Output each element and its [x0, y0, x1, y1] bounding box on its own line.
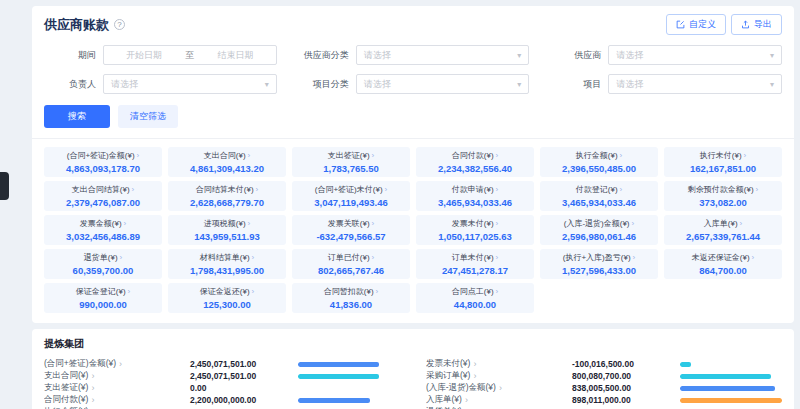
- metric-card[interactable]: 保证金登记(¥)›990,000.00: [44, 283, 162, 313]
- filter-label-project: 项目: [549, 78, 601, 91]
- header-filter-card: 供应商账款 ? 自定义 导出 期间 至: [32, 6, 794, 323]
- chevron-right-icon: ›: [137, 151, 140, 160]
- chevron-down-icon: ▾: [265, 80, 269, 89]
- help-icon[interactable]: ?: [114, 19, 125, 30]
- supplier-select[interactable]: 请选择 ▾: [608, 45, 782, 65]
- metric-label: (入库-退货)金额(¥)›: [542, 218, 656, 229]
- date-range-input[interactable]: 至: [103, 45, 277, 65]
- range-separator: 至: [177, 49, 202, 62]
- metric-card[interactable]: 付款申请(¥)›3,465,934,033.46: [416, 181, 534, 211]
- group-metric-row[interactable]: (合同+签证)金额(¥)›2,450,071,501.00: [44, 358, 400, 370]
- metric-card[interactable]: 执行金额(¥)›2,396,550,485.00: [540, 147, 658, 177]
- export-button[interactable]: 导出: [731, 14, 782, 35]
- metric-label: 退货单(¥)›: [46, 252, 160, 263]
- group-metric-row[interactable]: (入库-退货)金额(¥)›838,005,500.00: [426, 382, 782, 394]
- row-label: (合同+签证)金额(¥)›: [44, 358, 190, 370]
- metric-card[interactable]: 剩余预付款金额(¥)›373,082.00: [664, 181, 782, 211]
- metric-value: 44,800.00: [418, 299, 532, 310]
- edit-icon: [676, 20, 685, 29]
- search-button[interactable]: 搜索: [44, 105, 110, 128]
- metric-card[interactable]: 退货单(¥)›60,359,700.00: [44, 249, 162, 279]
- metric-card[interactable]: 发票关联(¥)›-632,479,566.57: [292, 215, 410, 245]
- metric-label: 合同暂扣款(¥)›: [294, 286, 408, 297]
- owner-select[interactable]: 请选择 ▾: [103, 74, 277, 94]
- metric-card[interactable]: 支出合同(¥)›4,861,309,413.20: [168, 147, 286, 177]
- chevron-right-icon: ›: [496, 185, 499, 194]
- chevron-right-icon: ›: [248, 219, 251, 228]
- metric-card[interactable]: 合同暂扣款(¥)›41,836.00: [292, 283, 410, 313]
- metric-value: 373,082.00: [666, 197, 780, 208]
- metric-value: 3,047,119,493.46: [294, 197, 408, 208]
- start-date-input[interactable]: [111, 49, 177, 61]
- chevron-right-icon: ›: [496, 253, 499, 262]
- chevron-down-icon: ▾: [517, 80, 521, 89]
- sidebar-expand-handle[interactable]: [0, 172, 9, 200]
- filter-project-category: 项目分类 请选择 ▾: [297, 74, 530, 94]
- metric-card[interactable]: 进项税额(¥)›143,959,511.93: [168, 215, 286, 245]
- metric-card[interactable]: (合同+签证)金额(¥)›4,863,093,178.70: [44, 147, 162, 177]
- filter-label-project-category: 项目分类: [297, 78, 349, 91]
- row-label: 入库单(¥)›: [426, 394, 572, 406]
- group-metric-row[interactable]: 支出签证(¥)›0.00: [44, 382, 400, 394]
- group-metric-row[interactable]: 发票未付(¥)›-100,016,500.00: [426, 358, 782, 370]
- metric-value: 1,527,596,433.00: [542, 265, 656, 276]
- metric-card[interactable]: 付款登记(¥)›3,465,934,033.46: [540, 181, 658, 211]
- group-metric-row[interactable]: 入库单(¥)›898,011,000.00: [426, 394, 782, 406]
- metric-card[interactable]: 入库单(¥)›2,657,339,761.44: [664, 215, 782, 245]
- metric-card[interactable]: 支出签证(¥)›1,783,765.50: [292, 147, 410, 177]
- supplier-category-select[interactable]: 请选择 ▾: [356, 45, 530, 65]
- clear-filters-button[interactable]: 清空筛选: [118, 105, 178, 128]
- project-select[interactable]: 请选择 ▾: [608, 74, 782, 94]
- filter-owner: 负责人 请选择 ▾: [44, 74, 277, 94]
- group-metric-row[interactable]: 采购订单(¥)›800,080,700.00: [426, 370, 782, 382]
- chevron-right-icon: ›: [499, 383, 502, 393]
- metric-card[interactable]: 订单已付(¥)›802,665,767.46: [292, 249, 410, 279]
- metric-card[interactable]: 订单未付(¥)›247,451,278.17: [416, 249, 534, 279]
- metric-label: 进项税额(¥)›: [170, 218, 284, 229]
- chevron-right-icon: ›: [496, 151, 499, 160]
- chevron-down-icon: ▾: [517, 51, 521, 60]
- row-value: 2,450,071,501.00: [190, 371, 298, 381]
- metric-card[interactable]: (执行+入库)盈亏(¥)›1,527,596,433.00: [540, 249, 658, 279]
- row-label: (入库-退货)金额(¥)›: [426, 382, 572, 394]
- metric-value: 3,032,456,486.89: [46, 231, 160, 242]
- metric-label: 付款申请(¥)›: [418, 184, 532, 195]
- metric-card[interactable]: 材料结算单(¥)›1,798,431,995.00: [168, 249, 286, 279]
- chevron-right-icon: ›: [91, 395, 94, 405]
- chevron-right-icon: ›: [633, 253, 636, 262]
- group-title: 提炼集团: [44, 337, 782, 351]
- metric-card[interactable]: 合同点工(¥)›44,800.00: [416, 283, 534, 313]
- metric-card[interactable]: (入库-退货)金额(¥)›2,596,980,061.46: [540, 215, 658, 245]
- group-metric-row[interactable]: 支出合同(¥)›2,450,071,501.00: [44, 370, 400, 382]
- filter-supplier: 供应商 请选择 ▾: [549, 45, 782, 65]
- metric-card[interactable]: (合同+签证)未付(¥)›3,047,119,493.46: [292, 181, 410, 211]
- row-value: 2,450,071,501.00: [190, 359, 298, 369]
- chevron-right-icon: ›: [132, 185, 135, 194]
- metric-value: 247,451,278.17: [418, 265, 532, 276]
- project-category-select[interactable]: 请选择 ▾: [356, 74, 530, 94]
- metric-card[interactable]: 合同付款(¥)›2,234,382,556.40: [416, 147, 534, 177]
- filter-actions: 搜索 清空筛选: [44, 105, 782, 128]
- metric-card[interactable]: 合同结算未付(¥)›2,628,668,779.70: [168, 181, 286, 211]
- filter-project: 项目 请选择 ▾: [549, 74, 782, 94]
- metric-card[interactable]: 保证金返还(¥)›125,300.00: [168, 283, 286, 313]
- title-row: 供应商账款 ? 自定义 导出: [44, 14, 782, 35]
- group-metric-row[interactable]: 合同付款(¥)›2,200,000,000.00: [44, 394, 400, 406]
- row-label: 合同付款(¥)›: [44, 394, 190, 406]
- row-bar: [680, 362, 782, 367]
- chevron-right-icon: ›: [740, 219, 743, 228]
- metric-card[interactable]: 未返还保证金(¥)›864,700.00: [664, 249, 782, 279]
- metric-card[interactable]: 发票未付(¥)›1,050,117,025.63: [416, 215, 534, 245]
- metric-card[interactable]: 执行未付(¥)›162,167,851.00: [664, 147, 782, 177]
- metric-value: 2,657,339,761.44: [666, 231, 780, 242]
- row-label: 支出签证(¥)›: [44, 382, 190, 394]
- metric-label: 订单未付(¥)›: [418, 252, 532, 263]
- customize-button[interactable]: 自定义: [666, 14, 726, 35]
- metric-card[interactable]: 发票金额(¥)›3,032,456,486.89: [44, 215, 162, 245]
- row-value: 898,011,000.00: [572, 395, 680, 405]
- end-date-input[interactable]: [202, 49, 268, 61]
- metric-value: 143,959,511.93: [170, 231, 284, 242]
- metric-value: 1,050,117,025.63: [418, 231, 532, 242]
- chevron-right-icon: ›: [620, 151, 623, 160]
- metric-card[interactable]: 支出合同结算(¥)›2,379,476,087.00: [44, 181, 162, 211]
